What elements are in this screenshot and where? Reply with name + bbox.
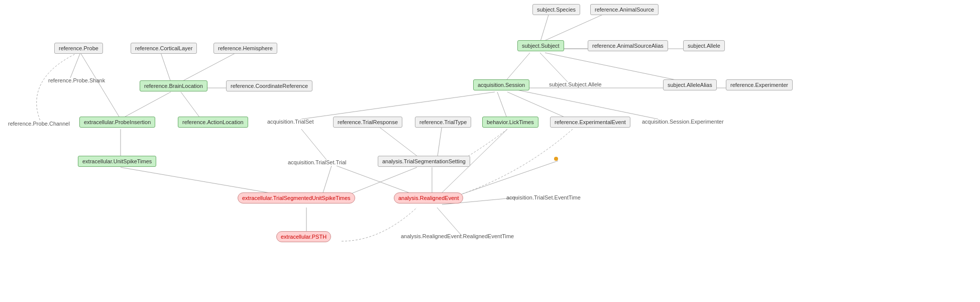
reference-animalsource-node[interactable]: reference.AnimalSource [590,4,659,15]
reference-coordinatereference-node[interactable]: reference.CoordinateReference [226,80,312,91]
analysis-trialsegmentationsetting-node[interactable]: analysis.TrialSegmentationSetting [378,156,470,167]
reference-probe-channel-node: reference.Probe.Channel [4,119,74,129]
reference-trialtype-node[interactable]: reference.TrialType [415,117,471,128]
reference-experimenter-node[interactable]: reference.Experimenter [726,79,793,90]
svg-line-9 [80,53,121,119]
svg-line-22 [437,125,442,160]
reference-hemisphere-node[interactable]: reference.Hemisphere [213,43,277,54]
extracellular-probeinsertion-node[interactable]: extracellular.ProbeInsertion [79,117,155,128]
svg-line-12 [121,92,171,119]
reference-animalsourcealias-node[interactable]: reference.AnimalSourceAlias [588,40,668,51]
svg-line-4 [505,53,530,82]
reference-corticallayer-node[interactable]: reference.CorticalLayer [131,43,197,54]
svg-line-18 [507,88,658,119]
subject-allelealias-node[interactable]: subject.AlleleAlias [663,79,717,90]
acquisition-session-experimenter-node: acquisition.Session.Experimenter [638,117,728,127]
reference-probe-node[interactable]: reference.Probe [54,43,103,54]
svg-line-15 [301,92,495,119]
analysis-realignedevent-node[interactable]: analysis.RealignedEvent [394,192,463,204]
subject-subject-allele-node: subject.Subject.Allele [545,79,606,89]
svg-line-10 [161,53,171,82]
orange-dot [554,157,558,161]
acquisition-trialset-trial-node: acquisition.TrialSet.Trial [284,157,351,167]
subject-allele-node[interactable]: subject.Allele [683,40,725,51]
reference-actionlocation-node[interactable]: reference.ActionLocation [178,117,248,128]
svg-line-21 [377,125,422,160]
reference-trialresponse-node[interactable]: reference.TrialResponse [333,117,402,128]
svg-line-11 [181,53,236,82]
reference-experimentalevent-node[interactable]: reference.ExperimentalEvent [550,117,630,128]
subject-subject-node[interactable]: subject.Subject [517,40,564,51]
reference-brainlocation-node[interactable]: reference.BrainLocation [140,80,207,91]
svg-line-8 [70,53,80,78]
extracellular-psth-node[interactable]: extracellular.PSTH [276,231,331,242]
svg-line-5 [540,53,568,82]
svg-line-20 [301,129,326,160]
svg-line-16 [497,92,507,119]
behavior-licktimes-node[interactable]: behavior.LickTimes [482,117,538,128]
extracellular-trialsegmented-node[interactable]: extracellular.TrialSegmentedUnitSpikeTim… [238,192,355,204]
analysis-realignedevent-realignedeventtime-node: analysis.RealignedEvent.RealignedEventTi… [397,231,518,241]
svg-line-13 [181,92,201,119]
acquisition-session-node[interactable]: acquisition.Session [473,79,529,90]
extracellular-unitspiketimes-node[interactable]: extracellular.UnitSpikeTimes [78,156,156,167]
subject-species-node[interactable]: subject.Species [532,4,580,15]
acquisition-trialset-eventtime-node: acquisition.TrialSet.EventTime [502,192,585,203]
acquisition-trialset-node[interactable]: acquisition.TrialSet [263,117,318,127]
svg-line-6 [545,53,686,82]
reference-probe-shank-node: reference.Probe.Shank [44,75,109,85]
